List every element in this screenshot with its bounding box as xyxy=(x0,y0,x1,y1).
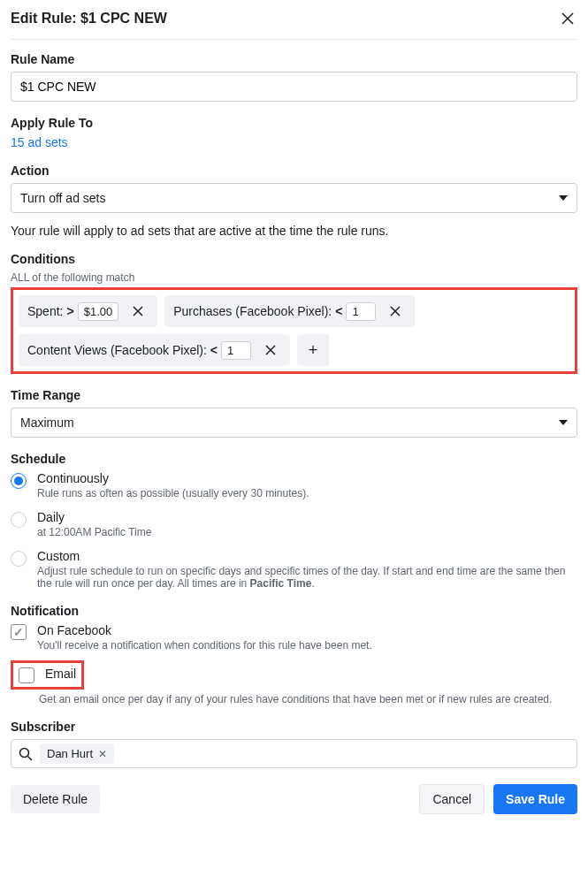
condition-chip-spent[interactable]: Spent: > $1.00 xyxy=(19,295,157,327)
rule-name-label: Rule Name xyxy=(11,52,577,66)
condition-value-input[interactable]: 1 xyxy=(221,341,251,360)
svg-point-8 xyxy=(20,748,29,757)
notification-email-title: Email xyxy=(45,667,76,681)
schedule-radio-custom[interactable] xyxy=(11,551,27,567)
close-icon xyxy=(561,12,574,25)
subscriber-label: Subscriber xyxy=(11,720,577,734)
rule-name-input[interactable] xyxy=(11,72,577,102)
schedule-option-desc: Rule runs as often as possible (usually … xyxy=(37,487,309,499)
close-icon xyxy=(389,305,401,317)
schedule-radio-daily[interactable] xyxy=(11,512,27,528)
remove-condition-button[interactable] xyxy=(260,339,281,361)
notification-email-checkbox[interactable] xyxy=(19,667,34,683)
schedule-option-desc: at 12:00AM Pacific Time xyxy=(37,526,151,538)
schedule-option-title: Continuously xyxy=(37,471,309,485)
subscriber-token: Dan Hurt ✕ xyxy=(40,743,114,764)
schedule-option-title: Custom xyxy=(37,549,577,563)
search-icon xyxy=(19,747,33,761)
cancel-button[interactable]: Cancel xyxy=(419,784,485,814)
close-button[interactable] xyxy=(558,9,577,28)
apply-to-label: Apply Rule To xyxy=(11,116,577,130)
notification-email-desc: Get an email once per day if any of your… xyxy=(39,693,577,705)
condition-chip-purchases[interactable]: Purchases (Facebook Pixel): < 1 xyxy=(164,295,415,327)
condition-value-input[interactable]: $1.00 xyxy=(78,302,119,321)
apply-to-link[interactable]: 15 ad sets xyxy=(11,135,68,149)
action-label: Action xyxy=(11,164,577,178)
plus-icon: + xyxy=(309,341,318,360)
chevron-down-icon xyxy=(559,195,568,201)
conditions-sub: ALL of the following match xyxy=(11,271,577,284)
notification-label: Notification xyxy=(11,604,577,618)
close-icon xyxy=(132,305,144,317)
subscriber-input[interactable]: Dan Hurt ✕ xyxy=(11,739,577,768)
dialog-title: Edit Rule: $1 CPC NEW xyxy=(11,11,167,27)
time-range-selected: Maximum xyxy=(20,415,74,430)
delete-rule-button[interactable]: Delete Rule xyxy=(11,785,100,813)
condition-chip-content-views[interactable]: Content Views (Facebook Pixel): < 1 xyxy=(19,334,290,366)
time-range-select[interactable]: Maximum xyxy=(11,408,577,438)
svg-line-9 xyxy=(28,756,33,760)
remove-condition-button[interactable] xyxy=(385,301,406,322)
schedule-option-desc: Adjust rule schedule to run on specific … xyxy=(37,565,577,590)
save-rule-button[interactable]: Save Rule xyxy=(493,784,577,814)
notification-facebook-checkbox[interactable] xyxy=(11,624,27,640)
chevron-down-icon xyxy=(559,420,568,425)
schedule-radio-continuously[interactable] xyxy=(11,473,27,489)
conditions-label: Conditions xyxy=(11,252,577,266)
schedule-option-title: Daily xyxy=(37,510,151,524)
remove-condition-button[interactable] xyxy=(127,301,149,322)
notification-facebook-desc: You'll receive a notification when condi… xyxy=(37,639,372,652)
add-condition-button[interactable]: + xyxy=(297,334,329,366)
action-select[interactable]: Turn off ad sets xyxy=(11,183,577,213)
condition-value-input[interactable]: 1 xyxy=(346,302,376,321)
action-help: Your rule will apply to ad sets that are… xyxy=(11,224,577,238)
schedule-label: Schedule xyxy=(11,452,577,466)
time-range-label: Time Range xyxy=(11,388,577,402)
notification-email-highlight: Email xyxy=(11,660,84,690)
conditions-container: Spent: > $1.00 Purchases (Facebook Pixel… xyxy=(11,287,577,374)
remove-subscriber-button[interactable]: ✕ xyxy=(98,748,107,760)
action-selected: Turn off ad sets xyxy=(20,191,106,205)
notification-facebook-title: On Facebook xyxy=(37,623,372,637)
close-icon xyxy=(264,344,277,356)
